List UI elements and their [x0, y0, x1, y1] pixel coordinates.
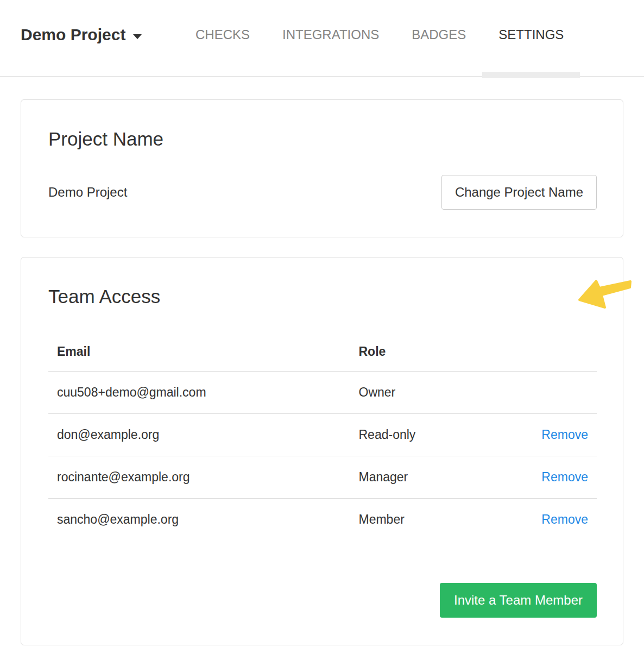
- member-email: cuu508+demo@gmail.com: [48, 372, 350, 414]
- page: { "header": { "project_switcher": { "lab…: [0, 0, 644, 666]
- member-role: Read-only: [350, 414, 515, 456]
- member-email: rocinante@example.org: [48, 456, 350, 499]
- invite-row: Invite a Team Member: [48, 583, 597, 618]
- member-action-cell: [515, 372, 597, 414]
- top-navigation-bar: Demo Project CHECKSINTEGRATIONSBADGESSET…: [0, 0, 644, 77]
- team-members-table: Email Role cuu508+demo@gmail.comOwnerdon…: [48, 336, 597, 541]
- member-email: don@example.org: [48, 414, 350, 456]
- change-project-name-button[interactable]: Change Project Name: [441, 175, 597, 210]
- table-row: cuu508+demo@gmail.comOwner: [48, 372, 597, 414]
- main-nav: CHECKSINTEGRATIONSBADGESSETTINGS: [179, 27, 580, 42]
- tab-checks[interactable]: CHECKS: [179, 27, 266, 42]
- member-action-cell: Remove: [515, 456, 597, 499]
- member-role: Owner: [350, 372, 515, 414]
- project-switcher-label: Demo Project: [21, 26, 125, 44]
- remove-member-link[interactable]: Remove: [541, 512, 588, 526]
- team-access-card-title: Team Access: [48, 286, 597, 307]
- project-name-row: Demo Project Change Project Name: [48, 175, 597, 210]
- member-role: Manager: [350, 456, 515, 499]
- current-project-name: Demo Project: [48, 185, 127, 200]
- table-row: sancho@example.orgMemberRemove: [48, 499, 597, 541]
- tab-settings[interactable]: SETTINGS: [482, 27, 580, 42]
- table-header: Email Role: [48, 336, 597, 372]
- table-row: rocinante@example.orgManagerRemove: [48, 456, 597, 499]
- project-name-card: Project Name Demo Project Change Project…: [21, 99, 623, 237]
- team-access-card: Team Access Email Role cuu508+demo@gmail…: [21, 257, 623, 645]
- table-row: don@example.orgRead-onlyRemove: [48, 414, 597, 456]
- remove-member-link[interactable]: Remove: [541, 428, 588, 442]
- caret-down-icon: [133, 34, 142, 39]
- tab-badges[interactable]: BADGES: [395, 27, 482, 42]
- email-column-header: Email: [48, 336, 350, 372]
- project-switcher-dropdown[interactable]: Demo Project: [21, 26, 142, 44]
- project-name-card-title: Project Name: [48, 128, 597, 150]
- member-role: Member: [350, 499, 515, 541]
- role-column-header: Role: [350, 336, 515, 372]
- remove-member-link[interactable]: Remove: [541, 470, 588, 484]
- tab-integrations[interactable]: INTEGRATIONS: [266, 27, 395, 42]
- member-action-cell: Remove: [515, 499, 597, 541]
- member-action-cell: Remove: [515, 414, 597, 456]
- member-email: sancho@example.org: [48, 499, 350, 541]
- invite-team-member-button[interactable]: Invite a Team Member: [440, 583, 597, 618]
- actions-column-header: [515, 336, 597, 372]
